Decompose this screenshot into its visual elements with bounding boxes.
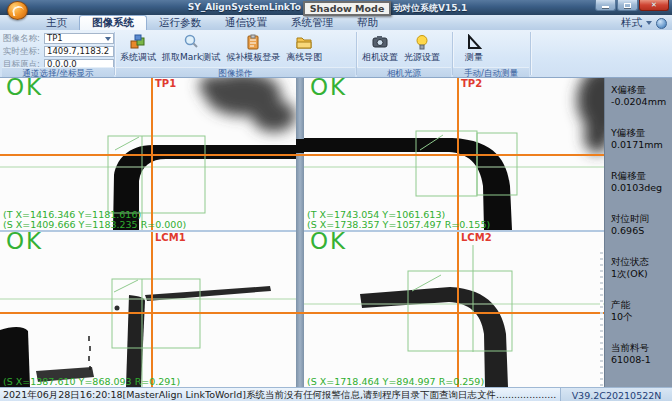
- status-message: 2021年06月28日16:20:18[MasterAlign LinkToWo…: [3, 389, 558, 401]
- tp1-snap-coords: (S X=1409.666 Y=1183.235 R=0.000): [3, 220, 186, 230]
- camera-view-tp2[interactable]: OK TP2 (T X=1743.054 Y=1061.613) (S X=17…: [304, 78, 604, 230]
- camera-icon: [372, 33, 389, 50]
- combo-caret-icon[interactable]: [105, 37, 111, 41]
- lcm1-label: LCM1: [155, 232, 186, 243]
- group-label-camera-light: 相机光源: [357, 67, 451, 77]
- lcm2-label: LCM2: [461, 232, 492, 243]
- x-offset-item: X偏移量 -0.0204mm: [611, 84, 672, 107]
- close-button[interactable]: ✕: [639, 0, 669, 11]
- group-label-channel: 通道选择/坐标显示: [2, 67, 114, 77]
- group-label-image-ops: 图像操作: [116, 67, 355, 77]
- window-title-left: SY_AlignSystemLinkTo: [0, 2, 301, 12]
- camera-view-lcm1[interactable]: OK LCM1 (S X=1387.610 Y=868.093 R=0.291): [0, 232, 296, 387]
- bulb-icon: [414, 33, 431, 50]
- r-offset-item: R偏移量 0.0103deg: [611, 170, 672, 193]
- set-square-icon: [466, 33, 483, 50]
- candidate-template-login-button[interactable]: 候补模板登录: [223, 32, 283, 64]
- offline-map-button[interactable]: 离线导图: [283, 32, 325, 64]
- measurement-sidebar: X偏移量 -0.0204mm Y偏移量 0.0171mm R偏移量 0.0103…: [604, 78, 672, 387]
- realtime-coord-label: 实时坐标:: [3, 46, 44, 58]
- align-status-item: 对位状态 1次(OK): [611, 256, 672, 279]
- tp2-snap-coords: (S X=1738.357 Y=1057.497 R=0.155): [307, 220, 490, 230]
- grab-mark-test-button[interactable]: 抓取Mark测试: [159, 32, 223, 64]
- tp1-label: TP1: [155, 78, 176, 89]
- menu-item-run-params[interactable]: 运行参数: [147, 15, 213, 30]
- camera-view-tp1[interactable]: OK TP1 (T X=1416.346 Y=1181.616) (S X=14…: [0, 78, 296, 230]
- measure-button[interactable]: 测量: [462, 32, 486, 64]
- minimize-icon: [602, 6, 609, 8]
- tp2-label: TP2: [461, 78, 482, 89]
- y-offset-item: Y偏移量 0.0171mm: [611, 127, 672, 150]
- lcm1-overlay-graphics: [0, 232, 296, 387]
- camera-settings-button[interactable]: 相机设置: [359, 32, 401, 64]
- tp1-overlay-graphics: [0, 78, 296, 230]
- ribbon: 图像名称: TP1 实时坐标: 1409.7,1183.2 目标原点: 0.0,…: [0, 30, 672, 78]
- tp2-status-ok: OK: [310, 78, 347, 100]
- lcm1-status-ok: OK: [6, 232, 43, 254]
- app-orb-icon[interactable]: [7, 1, 28, 20]
- clipboard-icon: [245, 33, 262, 50]
- menu-item-help[interactable]: 帮助: [345, 15, 390, 30]
- minimize-button[interactable]: [595, 0, 616, 11]
- menu-item-comm-settings[interactable]: 通信设置: [213, 15, 279, 30]
- system-debug-button[interactable]: 系统调试: [117, 32, 159, 64]
- menu-item-image-system[interactable]: 图像系统: [79, 15, 147, 30]
- maximize-icon: [624, 3, 631, 8]
- align-time-item: 对位时间 0.696S: [611, 213, 672, 236]
- part-number-item: 当前料号 61008-1: [611, 342, 672, 365]
- close-icon: ✕: [651, 1, 657, 9]
- lcm1-snap-coords: (S X=1387.610 Y=868.093 R=0.291): [3, 377, 180, 387]
- status-bar: 2021年06月28日16:20:18[MasterAlign LinkToWo…: [0, 387, 672, 401]
- lcm2-overlay-graphics: [304, 232, 604, 387]
- lcm2-snap-coords: (S X=1718.464 Y=894.997 R=0.259): [307, 377, 484, 387]
- tp2-overlay-graphics: [304, 78, 604, 230]
- menu-item-home[interactable]: 主页: [34, 15, 79, 30]
- help-icon[interactable]: [656, 18, 667, 29]
- version-badge: V39.2C20210522N: [560, 388, 672, 401]
- magnifier-icon: [183, 33, 200, 50]
- lcm2-status-ok: OK: [310, 232, 347, 254]
- colored-cubes-icon: [130, 33, 147, 50]
- shadow-mode-overlay: Shadow Mode: [303, 1, 391, 16]
- camera-view-grid: OK TP1 (T X=1416.346 Y=1181.616) (S X=14…: [0, 78, 672, 387]
- menu-bar: 主页 图像系统 运行参数 通信设置 系统管理 帮助 样式: [0, 15, 672, 30]
- light-settings-button[interactable]: 光源设置: [401, 32, 443, 64]
- application-window: SY_AlignSystemLinkTo 动对位系统V15.1 ✕ Shadow…: [0, 0, 672, 401]
- chevron-down-icon[interactable]: [646, 21, 652, 25]
- image-name-combo[interactable]: TP1: [44, 33, 114, 44]
- vertical-marker-strip: [600, 248, 603, 388]
- realtime-coord-value[interactable]: 1409.7,1183.2: [44, 46, 114, 57]
- menu-item-system-mgmt[interactable]: 系统管理: [279, 15, 345, 30]
- image-name-label: 图像名称:: [3, 33, 44, 45]
- maximize-button[interactable]: [617, 0, 638, 11]
- folder-icon: [296, 33, 313, 50]
- capacity-item: 产能 10个: [611, 299, 672, 322]
- tp1-status-ok: OK: [6, 78, 43, 100]
- group-label-measure: 手动/自动测量: [453, 67, 529, 77]
- vertical-splitter[interactable]: [296, 78, 304, 387]
- band-crossing: [296, 139, 304, 153]
- camera-view-lcm2[interactable]: OK LCM2 (S X=1718.464 Y=894.997 R=0.259): [304, 232, 604, 387]
- style-menu-label[interactable]: 样式: [621, 16, 642, 30]
- window-title-right: 动对位系统V15.1: [393, 2, 467, 15]
